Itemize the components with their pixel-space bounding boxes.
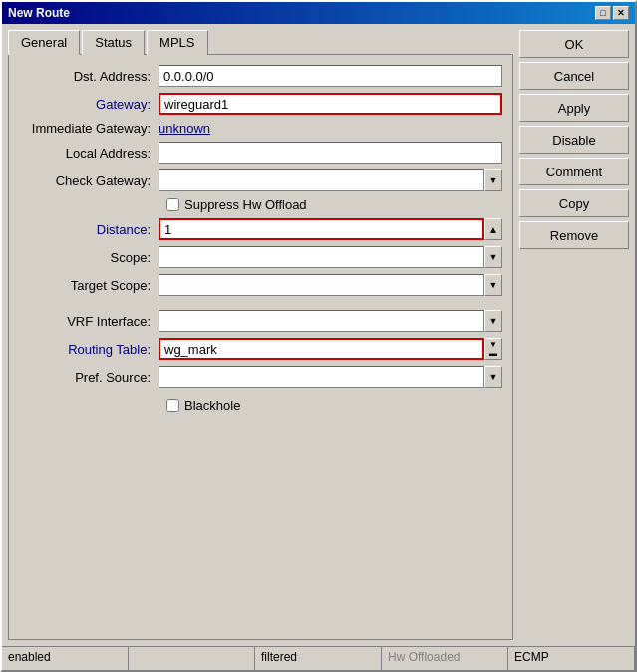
routing-table-label: Routing Table: [19,342,159,357]
suppress-hw-offload-checkbox[interactable] [166,198,179,211]
scope-wrap: ▼ [159,246,502,268]
pref-source-label: Pref. Source: [19,370,159,385]
maximize-button[interactable]: □ [595,6,611,20]
scope-row: Scope: ▼ [19,246,502,268]
apply-button[interactable]: Apply [519,94,629,122]
local-address-input[interactable] [159,142,502,164]
scope-select[interactable] [159,246,484,268]
routing-table-input[interactable] [159,338,484,360]
status-bar: enabled filtered Hw Offloaded ECMP [2,646,635,670]
distance-input[interactable] [159,218,484,240]
comment-button[interactable]: Comment [519,158,629,185]
distance-row: Distance: ▲ [19,218,502,240]
pref-source-select[interactable] [159,366,484,388]
vrf-interface-wrap: ▼ [159,310,502,332]
main-window: New Route □ ✕ General Status MPLS Dst. A… [0,0,637,672]
gateway-input[interactable] [159,93,502,115]
main-panel: General Status MPLS Dst. Address: Gatewa… [8,30,513,640]
pref-source-wrap: ▼ [159,366,502,388]
target-scope-label: Target Scope: [19,278,159,293]
side-panel: OK Cancel Apply Disable Comment Copy Rem… [519,30,629,640]
distance-label: Distance: [19,222,159,237]
distance-up-btn[interactable]: ▲ [484,218,502,240]
copy-button[interactable]: Copy [519,189,629,217]
target-scope-row: Target Scope: ▼ [19,274,502,296]
ok-button[interactable]: OK [519,30,629,58]
scope-label: Scope: [19,250,159,265]
vrf-interface-label: VRF Interface: [19,314,159,329]
blackhole-row: Blackhole [19,398,502,413]
tab-status[interactable]: Status [82,30,145,55]
status-empty [129,647,255,670]
target-scope-dropdown-btn[interactable]: ▼ [484,274,502,296]
suppress-hw-offload-label: Suppress Hw Offload [184,197,307,212]
routing-table-wrap: ▼▬ [159,338,502,360]
check-gateway-wrap: ▼ [159,169,502,191]
target-scope-select[interactable] [159,274,484,296]
title-bar: New Route □ ✕ [2,2,635,24]
immediate-gateway-row: Immediate Gateway: unknown [19,121,502,136]
vrf-interface-row: VRF Interface: ▼ [19,310,502,332]
remove-button[interactable]: Remove [519,221,629,249]
window-title: New Route [8,6,70,20]
blackhole-label: Blackhole [184,398,240,413]
local-address-row: Local Address: [19,142,502,164]
check-gateway-row: Check Gateway: ▼ [19,169,502,191]
vrf-interface-dropdown-btn[interactable]: ▼ [484,310,502,332]
routing-table-dropdown-btn[interactable]: ▼▬ [484,338,502,360]
gateway-row: Gateway: [19,93,502,115]
check-gateway-dropdown-btn[interactable]: ▼ [484,169,502,191]
tab-bar: General Status MPLS [8,30,513,55]
gateway-label: Gateway: [19,97,159,112]
cancel-button[interactable]: Cancel [519,62,629,90]
suppress-hw-offload-row: Suppress Hw Offload [19,197,502,212]
status-filtered: filtered [255,647,382,670]
dst-address-label: Dst. Address: [19,69,159,84]
status-hw-offloaded: Hw Offloaded [382,647,508,670]
status-ecmp: ECMP [508,647,635,670]
title-bar-buttons: □ ✕ [595,6,629,20]
close-button[interactable]: ✕ [613,6,629,20]
tab-mpls[interactable]: MPLS [147,30,207,55]
immediate-gateway-link[interactable]: unknown [159,121,210,136]
vrf-interface-select[interactable] [159,310,484,332]
form-panel: Dst. Address: Gateway: Immediate Gateway… [8,54,513,640]
routing-table-row: Routing Table: ▼▬ [19,338,502,360]
content-area: General Status MPLS Dst. Address: Gatewa… [2,24,635,646]
immediate-gateway-label: Immediate Gateway: [19,121,159,136]
local-address-label: Local Address: [19,146,159,161]
pref-source-dropdown-btn[interactable]: ▼ [484,366,502,388]
dst-address-row: Dst. Address: [19,65,502,87]
dst-address-input[interactable] [159,65,502,87]
disable-button[interactable]: Disable [519,126,629,154]
tab-general[interactable]: General [8,30,80,55]
pref-source-row: Pref. Source: ▼ [19,366,502,388]
status-enabled: enabled [2,647,129,670]
check-gateway-label: Check Gateway: [19,173,159,188]
blackhole-checkbox[interactable] [166,399,179,412]
scope-dropdown-btn[interactable]: ▼ [484,246,502,268]
check-gateway-select[interactable] [159,169,484,191]
target-scope-wrap: ▼ [159,274,502,296]
